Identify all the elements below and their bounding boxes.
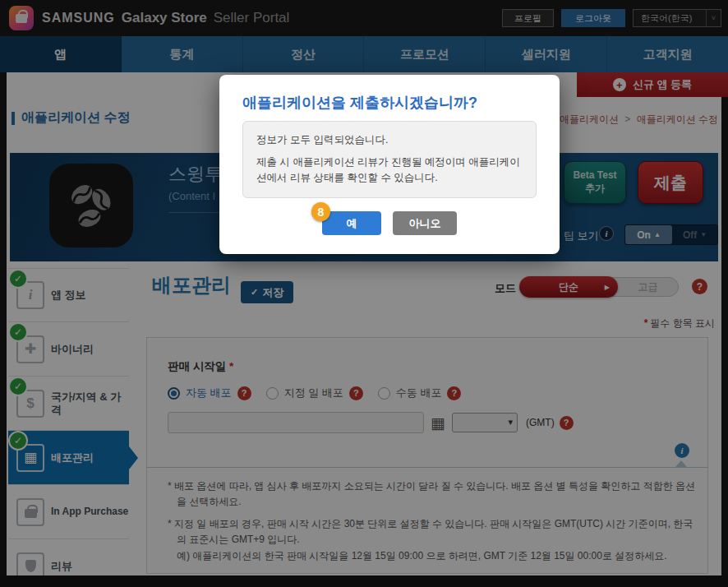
no-button[interactable]: 아니오 <box>393 211 457 235</box>
dialog-message-box: 정보가 모두 입력되었습니다. 제출 시 애플리케이션 리뷰가 진행될 예정이며… <box>242 121 537 198</box>
dialog-message-1: 정보가 모두 입력되었습니다. <box>256 132 523 148</box>
submit-confirm-dialog: 애플리케이션을 제출하시겠습니까? 정보가 모두 입력되었습니다. 제출 시 애… <box>219 75 560 254</box>
dialog-title: 애플리케이션을 제출하시겠습니까? <box>242 93 477 113</box>
seller-portal-app: SAMSUNG Galaxy Store Seller Portal 프로필 로… <box>0 0 728 587</box>
dialog-message-2: 제출 시 애플리케이션 리뷰가 진행될 예정이며 애플리케이션에서 리뷰 상태를… <box>256 155 523 186</box>
step-badge: 8 <box>311 202 330 221</box>
dialog-buttons: 8 예 아니오 <box>219 211 560 235</box>
yes-button[interactable]: 8 예 <box>322 211 381 235</box>
yes-button-label: 예 <box>347 217 357 229</box>
